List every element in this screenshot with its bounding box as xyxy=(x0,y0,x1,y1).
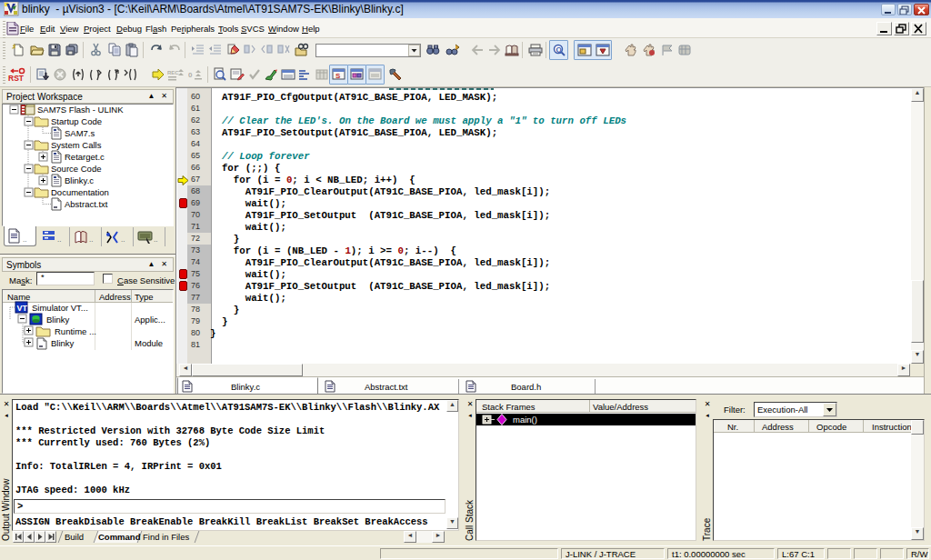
svg-text:..: .. xyxy=(57,235,61,244)
svg-text:Q: Q xyxy=(556,45,562,54)
svg-text:..: .. xyxy=(154,235,157,244)
svg-text:S: S xyxy=(335,72,341,80)
svg-text:..: .. xyxy=(89,235,93,244)
svg-text:0: 0 xyxy=(188,71,193,79)
svg-text:REC: REC xyxy=(167,70,179,75)
svg-text:..: .. xyxy=(23,235,26,244)
svg-text:..: .. xyxy=(121,235,125,244)
svg-text:RST: RST xyxy=(8,74,25,83)
svg-text:VT: VT xyxy=(17,304,28,313)
